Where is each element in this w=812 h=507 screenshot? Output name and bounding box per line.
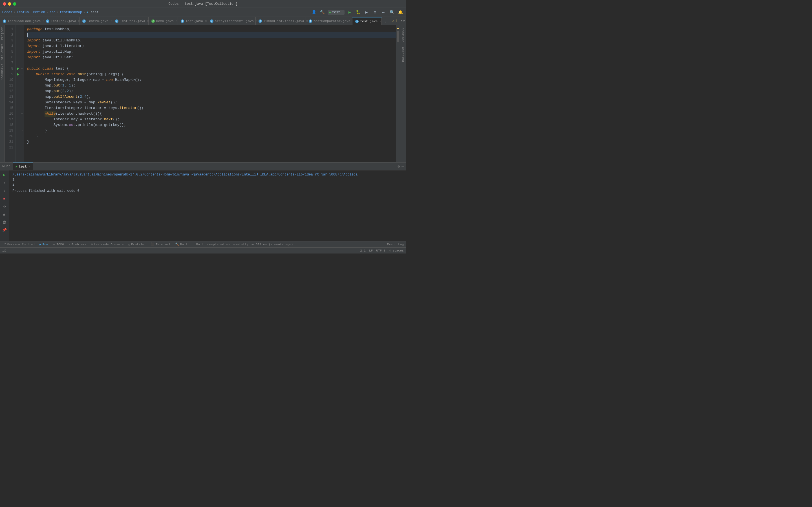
ln-17: 17	[4, 117, 15, 122]
tab-close-test[interactable]: ×	[380, 20, 382, 23]
breadcrumb-testhashmap[interactable]: testHashMap	[60, 10, 82, 14]
close-button[interactable]	[3, 2, 6, 6]
rerun-button[interactable]: ▶	[1, 172, 8, 178]
fg-16[interactable]: ▾	[20, 111, 24, 117]
fg-8[interactable]: ▾	[20, 66, 24, 71]
bottom-tab-test[interactable]: ▶ test ×	[13, 163, 33, 170]
pin-button[interactable]: 📌	[1, 227, 8, 233]
cursor-position[interactable]: 2:1	[360, 249, 366, 252]
toolbar-profiler[interactable]: ◎ Profiler	[128, 242, 146, 246]
statusbar: ⎇ 2:1 LF UTF-8 4 spaces	[0, 247, 406, 253]
ln-10: 10	[4, 77, 15, 83]
tab-demo[interactable]: J Demo.java ×	[149, 17, 178, 25]
stop-button[interactable]: ■	[1, 195, 8, 202]
tab-label-testdeadlock: TestDeadLock.java	[8, 19, 41, 23]
breadcrumb-codes[interactable]: Codes	[2, 10, 12, 14]
maximize-button[interactable]	[13, 2, 16, 6]
tab-arraylist-test1[interactable]: J arraylist/test1.java ×	[207, 17, 256, 25]
rg-9[interactable]	[16, 71, 20, 77]
tab-label-arraylist-test1: arraylist/test1.java	[215, 19, 254, 23]
code-line-13: map.putIfAbsent(2,4);	[27, 94, 396, 100]
tab-test-main[interactable]: J Test.java ×	[178, 17, 207, 25]
rg-6	[16, 55, 20, 60]
trash-button[interactable]: 🗑	[1, 219, 8, 226]
right-panel-database[interactable]: Database	[400, 45, 406, 64]
toolbar-problems[interactable]: ⚠ Problems	[68, 242, 86, 246]
minimize-panel-icon[interactable]: —	[402, 164, 404, 168]
fg-9[interactable]: ▾	[20, 71, 24, 77]
event-log-button[interactable]: Event Log	[387, 243, 404, 246]
indent-settings[interactable]: 4 spaces	[389, 249, 404, 252]
toolbar-run[interactable]: ▶ Run	[40, 242, 48, 246]
scrollbar-thumb[interactable]	[397, 31, 399, 42]
run-button[interactable]: ▶	[346, 9, 353, 16]
more-tools-button[interactable]: ⋯	[380, 9, 387, 16]
ln-5: 5	[4, 49, 15, 55]
coverage-button[interactable]: ▶	[363, 9, 370, 16]
run-config-selector[interactable]: ▶ test ▾	[327, 10, 345, 15]
build-tools-button[interactable]: ⚙	[371, 9, 378, 16]
right-scrollbar[interactable]	[396, 25, 400, 162]
toolbar-version-control[interactable]: ⎇ Version Control	[2, 242, 35, 246]
breadcrumb-src[interactable]: src	[49, 10, 56, 14]
tab-more-button[interactable]: ⋮	[382, 17, 390, 25]
bottom-tab-test-label: test	[18, 165, 27, 169]
encoding[interactable]: UTF-8	[376, 249, 386, 252]
line-ending[interactable]: LF	[369, 249, 373, 252]
minimize-button[interactable]	[8, 2, 11, 6]
run-config-label: test	[332, 10, 340, 14]
fg-22	[20, 145, 24, 151]
scroll-up-button[interactable]: ↑	[1, 179, 8, 186]
toolbar-todo[interactable]: ☰ TODO	[52, 242, 64, 246]
left-panel-structure[interactable]: Structure	[0, 42, 4, 62]
toolbar-leetcode-console[interactable]: ⊞ Leetcode Console	[91, 242, 123, 246]
debug-button[interactable]: 🐛	[355, 9, 361, 16]
notification-button[interactable]: 🔔	[397, 9, 404, 16]
tab-icon-test-main: J	[181, 19, 184, 23]
caret-down-button[interactable]: ∨	[403, 19, 405, 23]
code-line-10: Map<Integer, Integer> map = new HashMap<…	[27, 77, 396, 83]
warning-marker	[397, 28, 399, 29]
code-editor[interactable]: package testHashMap; import java.util.Ha…	[24, 25, 396, 162]
ln-22: 22	[4, 145, 15, 151]
console-output-2: 2	[12, 182, 403, 187]
settings-icon[interactable]: ⚙	[398, 164, 400, 169]
tab-close-test-main[interactable]: ×	[205, 19, 207, 23]
todo-label: TODO	[56, 243, 64, 246]
caret-up-button[interactable]: ∧	[401, 19, 403, 23]
ln-8: 8	[4, 66, 15, 71]
tab-testcomparator[interactable]: J testComparator.java ×	[306, 17, 353, 25]
search-button[interactable]: 🔍	[389, 9, 395, 16]
run-label-text: Run:	[2, 165, 10, 168]
tab-close-demo[interactable]: ×	[175, 19, 177, 23]
tab-label-testlock: TestLock.java	[51, 19, 76, 23]
wrap-button[interactable]: ⟲	[1, 203, 8, 210]
right-panel-leetcode[interactable]: Leetcode	[400, 25, 406, 45]
fg-2	[20, 32, 24, 38]
toolbar-build[interactable]: 🔨 Build	[175, 242, 190, 246]
ln-16: 16	[4, 111, 15, 117]
fg-19[interactable]: └	[20, 128, 24, 133]
fg-14	[20, 100, 24, 105]
bottom-tab-test-close[interactable]: ×	[29, 165, 30, 168]
fg-20[interactable]: └	[20, 133, 24, 139]
tab-linkedlist-test1[interactable]: J linkedlist/test1.java ×	[256, 17, 306, 25]
profile-icon-btn[interactable]: 👤	[311, 9, 317, 16]
left-panel-bookmarks[interactable]: Bookmarks	[0, 62, 4, 82]
rg-8[interactable]	[16, 66, 20, 71]
toolbar-terminal[interactable]: ⬛ Terminal	[151, 242, 170, 246]
tab-testdeadlock[interactable]: J TestDeadLock.java ×	[0, 17, 43, 25]
git-status[interactable]: ⎇	[2, 249, 6, 252]
scroll-down-button[interactable]: ↓	[1, 187, 8, 194]
tab-icon-testlock: J	[46, 19, 49, 23]
code-line-17: Integer key = iterator.next();	[27, 117, 396, 122]
build-icon: 🔨	[175, 242, 179, 246]
tab-test[interactable]: J test.java ×	[352, 17, 382, 25]
print-button[interactable]: 🖨	[1, 211, 8, 218]
left-panel-project[interactable]: Project	[0, 25, 4, 42]
tab-testpc[interactable]: J TestPC.java ×	[80, 17, 112, 25]
breadcrumb-testcollection[interactable]: TestCollection	[17, 10, 45, 14]
hammer-icon-btn[interactable]: 🔨	[319, 9, 326, 16]
tab-testpool[interactable]: J TestPool.java ×	[112, 17, 149, 25]
tab-testlock[interactable]: J TestLock.java ×	[43, 17, 80, 25]
